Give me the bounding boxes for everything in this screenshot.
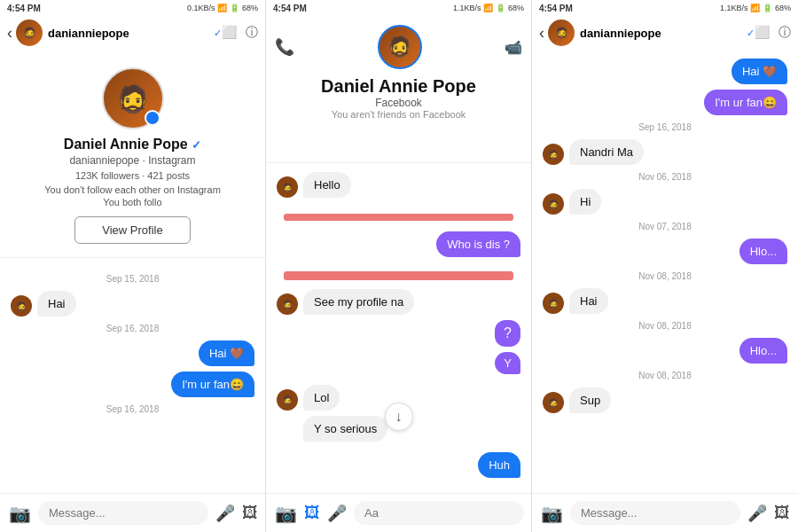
msg-row-huh: Huh xyxy=(277,452,520,478)
avatar-3: 🧔 xyxy=(548,20,575,46)
date-nov08b: Nov 08, 2018 xyxy=(543,321,787,331)
time-2: 4:54 PM xyxy=(273,4,307,13)
bubble-question: ? xyxy=(495,320,520,347)
bubble-huh: Huh xyxy=(478,452,520,478)
msg-row: 🧔 Hai xyxy=(11,291,254,317)
panel-instagram-chat: 4:54 PM 0.1KB/s 📶 🔋 68% ‹ 🧔 danianniepop… xyxy=(0,0,266,532)
back-button-1[interactable]: ‹ xyxy=(7,24,12,43)
camera-icon-3[interactable]: 📷 xyxy=(541,503,563,524)
scroll-down-button[interactable]: ↓ xyxy=(385,403,413,431)
msg-row-nandri: 🧔 Nandri Ma xyxy=(543,139,787,165)
status-icons-1: 0.1KB/s 📶 🔋 68% xyxy=(187,4,258,12)
recv-avatar-hi: 🧔 xyxy=(543,193,564,215)
chat-header-1: ‹ 🧔 danianniepope ✓ ⬜ ⓘ xyxy=(0,16,265,50)
info-icon-3[interactable]: ⓘ xyxy=(778,25,791,41)
avatar-1: 🧔 xyxy=(16,20,43,46)
recv-avatar-3: 🧔 xyxy=(277,293,298,315)
recv-avatar-hai2: 🧔 xyxy=(543,293,564,314)
camera-icon-2[interactable]: 📷 xyxy=(275,503,297,524)
follow-text: You don't follow each other on Instagram xyxy=(44,184,221,195)
image-icon-3[interactable]: 🖼 xyxy=(774,504,790,522)
message-list-1: Sep 15, 2018 🧔 Hai Sep 16, 2018 Hai 🤎 I'… xyxy=(0,258,265,493)
header-username-1: danianniepope xyxy=(48,27,214,40)
time-1: 4:54 PM xyxy=(7,4,41,13)
status-icons-2: 1.1KB/s 📶 🔋 68% xyxy=(453,4,524,12)
p2-platform: Facebook xyxy=(375,97,422,109)
mic-icon-2[interactable]: 🎤 xyxy=(327,504,347,523)
battery-3: 68% xyxy=(775,4,791,12)
battery-2: 68% xyxy=(508,4,524,12)
profile-section: 🧔 Daniel Annie Pope ✓ danianniepope · In… xyxy=(0,50,265,258)
back-button-3[interactable]: ‹ xyxy=(539,24,544,43)
verified-1: ✓ xyxy=(214,27,222,39)
signal-3: 1.1KB/s xyxy=(720,4,748,12)
msg-row-sup: 🧔 Sup xyxy=(543,387,787,413)
bubble-serious: Y so serious xyxy=(303,416,387,442)
profile-handle: danianniepope · Instagram xyxy=(69,154,195,167)
date-nov07: Nov 07, 2018 xyxy=(543,222,787,231)
p2-name: Daniel Annie Pope xyxy=(321,76,476,97)
input-bar-2: 📷 🖼 🎤 😊 ⊕ xyxy=(266,493,531,532)
info-icon-1[interactable]: ⓘ xyxy=(246,25,258,41)
mic-icon-3[interactable]: 🎤 xyxy=(747,504,767,523)
status-bar-2: 4:54 PM 1.1KB/s 📶 🔋 68% xyxy=(266,0,531,16)
msg-row-hai-recv: 🧔 Hai xyxy=(543,288,787,314)
header-icons-1: ⬜ ⓘ xyxy=(222,25,258,41)
bubble-hlo1: Hlo... xyxy=(739,239,787,264)
blurred-msg-2 xyxy=(284,271,513,280)
bubble-recv: Hai xyxy=(37,291,76,317)
video-icon-1[interactable]: ⬜ xyxy=(222,25,237,41)
msg-row-hi: 🧔 Hi xyxy=(543,189,787,215)
profile-header-2: 📞 🧔 📹 Daniel Annie Pope Facebook You are… xyxy=(266,16,531,163)
panel-chat-3: 4:54 PM 1.1KB/s 📶 🔋 68% ‹ 🧔 danianniepop… xyxy=(532,0,798,532)
msg-row-sent1: Hai 🤎 xyxy=(11,340,254,366)
image-icon-1[interactable]: 🖼 xyxy=(242,504,258,522)
time-3: 4:54 PM xyxy=(539,4,573,13)
msg-row-whois: Who is dis ? xyxy=(277,231,520,257)
camera-icon-1[interactable]: 📷 xyxy=(9,503,31,524)
view-profile-button[interactable]: View Profile xyxy=(74,216,190,244)
video-icon-2[interactable]: 📹 xyxy=(505,39,522,56)
msg-row-hlo2: Hlo... xyxy=(543,338,787,364)
profile-stats: 123K followers · 421 posts xyxy=(75,170,190,181)
bubble-sent2: I'm ur fan😄 xyxy=(171,372,254,397)
battery-1: 68% xyxy=(242,4,258,12)
msg-row-fan-sent: I'm ur fan😄 xyxy=(543,90,787,115)
date-nov06: Nov 06, 2018 xyxy=(543,172,787,182)
msg-row-hello: 🧔 Hello xyxy=(277,172,520,198)
message-input-1[interactable] xyxy=(38,501,208,525)
bubble-hlo2: Hlo... xyxy=(739,338,787,364)
recv-avatar: 🧔 xyxy=(11,295,32,317)
phone-icon-2[interactable]: 📞 xyxy=(275,37,294,57)
message-input-2[interactable] xyxy=(354,501,524,525)
msg-row-icon: ? xyxy=(277,320,520,347)
recv-avatar-sup: 🧔 xyxy=(543,392,564,413)
status-bar-3: 4:54 PM 1.1KB/s 📶 🔋 68% xyxy=(532,0,798,16)
date-nov08c: Nov 08, 2018 xyxy=(543,371,787,380)
p2-not-friends: You aren't friends on Facebook xyxy=(332,109,466,120)
recv-avatar-nandri: 🧔 xyxy=(543,144,564,165)
date-sep16a: Sep 16, 2018 xyxy=(11,324,254,333)
image-icon-2[interactable]: 🖼 xyxy=(304,504,320,522)
date-sep16b: Sep 16, 2018 xyxy=(11,404,254,414)
bubble-hai-recv: Hai xyxy=(569,288,608,314)
status-bar-1: 4:54 PM 0.1KB/s 📶 🔋 68% xyxy=(0,0,265,16)
p2-avatar: 🧔 xyxy=(378,25,422,69)
message-input-3[interactable] xyxy=(570,501,740,525)
date-nov08a: Nov 08, 2018 xyxy=(543,271,787,281)
message-list-3: Hai 🤎 I'm ur fan😄 Sep 16, 2018 🧔 Nandri … xyxy=(532,50,798,493)
bubble-hi: Hi xyxy=(569,189,601,215)
header-username-3: danianniepope xyxy=(580,27,747,40)
bubble-lol: Lol xyxy=(303,385,340,411)
signal-1: 0.1KB/s xyxy=(187,4,215,12)
date-sep16-3: Sep 16, 2018 xyxy=(543,122,787,132)
bubble-hai-sent: Hai 🤎 xyxy=(732,59,787,84)
video-icon-3[interactable]: ⬜ xyxy=(755,25,770,41)
profile-avatar: 🧔 xyxy=(102,67,164,129)
bubble-whois: Who is dis ? xyxy=(436,231,520,257)
recv-avatar-4: 🧔 xyxy=(277,389,298,411)
input-bar-3: 📷 🎤 🖼 😊 xyxy=(532,493,798,532)
msg-row-profile: 🧔 See my profile na xyxy=(277,289,520,315)
profile-name: Daniel Annie Pope ✓ xyxy=(64,137,201,153)
mic-icon-1[interactable]: 🎤 xyxy=(215,504,235,523)
